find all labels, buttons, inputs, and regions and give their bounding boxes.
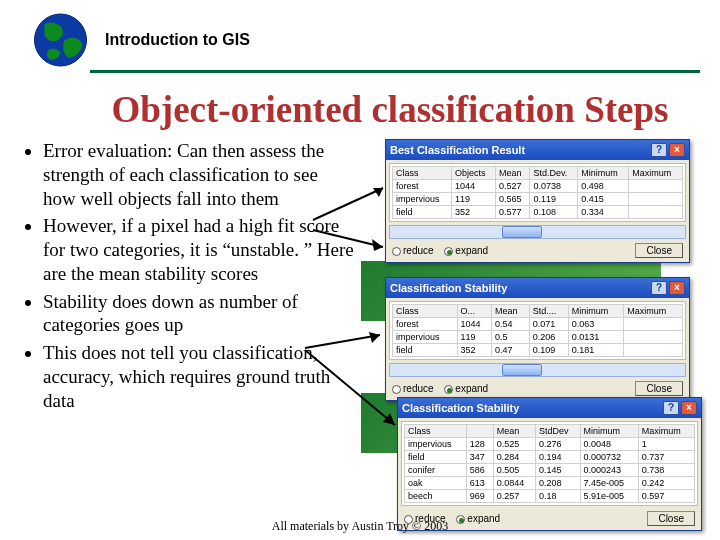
titlebar[interactable]: Classification Stability ? × <box>386 278 689 298</box>
globe-icon <box>30 10 95 70</box>
radio-reduce[interactable]: reduce <box>392 245 434 256</box>
table-row: field3470.2840.1940.0007320.737 <box>405 451 695 464</box>
window-best-classification: Best Classification Result ? × ClassObje… <box>385 139 690 263</box>
table-row: forest10440.540.0710.063 <box>393 318 683 331</box>
data-table: ClassObjects MeanStd.Dev. MinimumMaximum… <box>392 166 683 219</box>
header-divider <box>90 70 700 73</box>
footer-text: All materials by Austin Troy © 2003 <box>0 519 720 534</box>
table-row: impervious1280.5250.2760.00481 <box>405 438 695 451</box>
screenshots-panel: Best Classification Result ? × ClassObje… <box>355 139 712 416</box>
radio-reduce[interactable]: reduce <box>392 383 434 394</box>
table-row: conifer5860.5050.1450.0002430.738 <box>405 464 695 477</box>
course-title: Introduction to GIS <box>105 31 250 49</box>
table-row: forest10440.5270.07380.498 <box>393 180 683 193</box>
bullet-item: Error evaluation: Can then assess the st… <box>43 139 355 210</box>
data-table: Class MeanStdDev MinimumMaximum impervio… <box>404 424 695 503</box>
table-row: impervious1190.5650.1190.415 <box>393 193 683 206</box>
radio-expand[interactable]: expand <box>444 383 488 394</box>
window-title: Best Classification Result <box>390 144 525 156</box>
help-icon[interactable]: ? <box>651 143 667 157</box>
window-stability-2: Classification Stability ? × Class MeanS… <box>397 397 702 531</box>
close-button[interactable]: Close <box>635 243 683 258</box>
window-title: Classification Stability <box>390 282 507 294</box>
table-row: beech9690.2570.185.91e-0050.597 <box>405 490 695 503</box>
radio-expand[interactable]: expand <box>444 245 488 256</box>
help-icon[interactable]: ? <box>663 401 679 415</box>
window-title: Classification Stability <box>402 402 519 414</box>
table-row: oak6130.08440.2087.45e-0050.242 <box>405 477 695 490</box>
data-table: ClassO... MeanStd.... MinimumMaximum for… <box>392 304 683 357</box>
table-row: field3520.470.1090.181 <box>393 344 683 357</box>
close-button[interactable]: Close <box>635 381 683 396</box>
titlebar[interactable]: Best Classification Result ? × <box>386 140 689 160</box>
close-icon[interactable]: × <box>681 401 697 415</box>
help-icon[interactable]: ? <box>651 281 667 295</box>
scrollbar[interactable] <box>389 225 686 239</box>
table-row: field3520.5770.1080.334 <box>393 206 683 219</box>
slide-title: Object-oriented classification Steps <box>60 88 720 131</box>
titlebar[interactable]: Classification Stability ? × <box>398 398 701 418</box>
table-row: impervious1190.50.2060.0131 <box>393 331 683 344</box>
scrollbar[interactable] <box>389 363 686 377</box>
bullet-item: However, if a pixel had a high fit score… <box>43 214 355 285</box>
bullet-list: Error evaluation: Can then assess the st… <box>15 139 355 416</box>
bullet-item: This does not tell you classification, a… <box>43 341 355 412</box>
close-icon[interactable]: × <box>669 143 685 157</box>
close-icon[interactable]: × <box>669 281 685 295</box>
window-stability-1: Classification Stability ? × ClassO... M… <box>385 277 690 401</box>
bullet-item: Stability does down as number of categor… <box>43 290 355 338</box>
